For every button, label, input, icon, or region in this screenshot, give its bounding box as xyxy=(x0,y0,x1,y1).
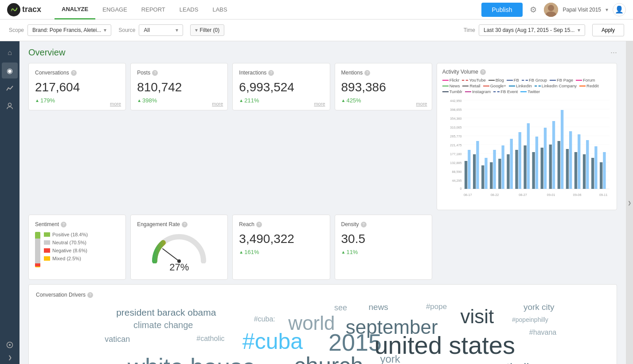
publish-button[interactable]: Publish xyxy=(481,3,523,17)
svg-rect-33 xyxy=(481,165,484,189)
word-see[interactable]: see xyxy=(334,303,347,313)
svg-rect-54 xyxy=(569,131,572,189)
svg-rect-61 xyxy=(600,162,602,189)
logo[interactable]: tracx xyxy=(7,3,41,16)
source-select[interactable]: All ▾ xyxy=(139,24,183,36)
density-change: ▲11% xyxy=(341,249,426,255)
svg-rect-50 xyxy=(552,121,555,189)
time-arrow: ▾ xyxy=(578,27,580,33)
svg-rect-40 xyxy=(510,139,512,189)
posts-help[interactable]: ? xyxy=(152,70,158,76)
word-roman-catholic[interactable]: roman catholic xyxy=(455,361,535,364)
drivers-help[interactable]: ? xyxy=(87,292,93,298)
word-cuba[interactable]: #cuba xyxy=(242,329,303,354)
conversations-more[interactable]: more xyxy=(110,101,121,106)
layout: ⌂ ◉ ❯ Overview ··· Conversations ? xyxy=(0,41,633,364)
svg-text:0: 0 xyxy=(460,187,461,191)
stats-grid: Conversations ? 217,604 ▲179% more Posts… xyxy=(28,63,617,210)
density-help[interactable]: ? xyxy=(361,222,367,227)
svg-point-0 xyxy=(11,10,12,12)
conversations-help[interactable]: ? xyxy=(71,70,77,76)
sidebar-icon-analyze[interactable]: ◉ xyxy=(2,63,18,78)
svg-text:08-17: 08-17 xyxy=(464,193,472,197)
word-visit[interactable]: visit xyxy=(461,305,494,328)
svg-rect-44 xyxy=(527,123,529,189)
interactions-help[interactable]: ? xyxy=(268,70,274,76)
sidebar-icon-users[interactable] xyxy=(2,98,18,114)
logo-text: tracx xyxy=(22,5,41,14)
svg-text:310,065: 310,065 xyxy=(450,125,461,129)
interactions-more[interactable]: more xyxy=(314,101,325,106)
scope-select[interactable]: Brand: Pope Francis, Aletei... ▾ xyxy=(27,24,111,36)
word-catholic[interactable]: #catholic xyxy=(196,335,224,343)
posts-card: Posts ? 810,742 ▲398% more xyxy=(130,63,228,110)
section-header: Overview ··· xyxy=(28,47,617,58)
sidebar-icon-home[interactable]: ⌂ xyxy=(2,45,18,61)
sidebar: ⌂ ◉ ❯ xyxy=(0,41,20,364)
nav-link-report[interactable]: REPORT xyxy=(134,0,172,20)
scope-group: Scope Brand: Pope Francis, Aletei... ▾ xyxy=(9,24,111,36)
svg-rect-51 xyxy=(557,141,560,189)
apply-button[interactable]: Apply xyxy=(592,24,624,36)
activity-chart: 442,950 398,655 354,360 310,065 265,770 … xyxy=(442,97,611,204)
svg-text:09-11: 09-11 xyxy=(599,193,608,197)
mentions-more[interactable]: more xyxy=(416,101,427,106)
stats-grid-row2: Sentiment ? Positive (18.4%) xyxy=(28,215,617,280)
sentiment-help[interactable]: ? xyxy=(61,222,66,227)
svg-text:265,770: 265,770 xyxy=(450,134,461,138)
activity-help[interactable]: ? xyxy=(480,69,486,75)
nav-link-labs[interactable]: LABS xyxy=(205,0,234,20)
word-president-barack[interactable]: president barack obama xyxy=(116,307,216,318)
nav-link-analyze[interactable]: ANALYZE xyxy=(55,0,95,20)
svg-rect-37 xyxy=(498,159,501,189)
user-dropdown-arrow[interactable]: ▾ xyxy=(606,7,608,13)
svg-rect-60 xyxy=(594,146,597,189)
reach-help[interactable]: ? xyxy=(256,222,262,227)
svg-point-4 xyxy=(8,103,12,106)
profile-icon[interactable]: 👤 xyxy=(613,3,626,16)
word-pope[interactable]: #pope xyxy=(426,302,447,311)
word-popeinphilly[interactable]: #popeinphilly xyxy=(512,316,548,323)
posts-more[interactable]: more xyxy=(212,101,223,106)
word-white-house[interactable]: white house xyxy=(128,353,255,364)
svg-text:09-01: 09-01 xyxy=(547,193,555,197)
word-york-city[interactable]: york city xyxy=(524,302,555,312)
overview-more-options[interactable]: ··· xyxy=(610,48,617,57)
density-value: 30.5 xyxy=(341,232,426,246)
nav-link-leads[interactable]: LEADS xyxy=(172,0,206,20)
svg-rect-45 xyxy=(532,152,535,189)
user-name: Papal Visit 2015 xyxy=(563,7,601,13)
mentions-help[interactable]: ? xyxy=(364,70,370,76)
svg-text:221,475: 221,475 xyxy=(450,143,461,147)
density-card: Density ? 30.5 ▲11% xyxy=(335,215,432,280)
word-news[interactable]: news xyxy=(369,302,388,312)
sidebar-expand[interactable]: ❯ xyxy=(8,355,12,364)
svg-rect-59 xyxy=(591,158,594,189)
time-group: Time Last 30 days (Aug 17, 2015 - Sep 15… xyxy=(464,24,585,36)
scope-label: Scope xyxy=(9,27,24,33)
time-select[interactable]: Last 30 days (Aug 17, 2015 - Sep 15... ▾ xyxy=(479,24,585,36)
reach-value: 3,490,322 xyxy=(239,232,323,246)
sidebar-icon-account[interactable] xyxy=(2,337,18,353)
filter-button[interactable]: ▾ Filter (0) xyxy=(190,24,224,36)
source-group: Source All ▾ xyxy=(118,24,183,36)
sidebar-icon-trends[interactable] xyxy=(2,80,18,96)
top-nav: tracx ANALYZE ENGAGE REPORT LEADS LABS P… xyxy=(0,0,633,20)
word-church[interactable]: church xyxy=(294,352,363,364)
word-york[interactable]: york xyxy=(380,353,400,364)
svg-text:44,295: 44,295 xyxy=(452,179,461,183)
svg-text:177,180: 177,180 xyxy=(450,152,461,156)
right-panel-toggle[interactable]: ❯ xyxy=(626,41,633,364)
svg-rect-34 xyxy=(485,158,487,189)
word-cuba-hash[interactable]: #cuba: xyxy=(254,315,275,323)
mentions-card: Mentions ? 893,386 ▲425% more xyxy=(335,63,432,110)
engagement-value: 27% xyxy=(169,262,189,273)
engagement-help[interactable]: ? xyxy=(182,222,188,227)
nav-link-engage[interactable]: ENGAGE xyxy=(95,0,134,20)
word-vatican[interactable]: vatican xyxy=(105,335,130,344)
word-climate-change[interactable]: climate change xyxy=(133,320,193,330)
settings-icon[interactable]: ⚙ xyxy=(527,4,539,16)
svg-rect-52 xyxy=(561,110,563,189)
word-havana[interactable]: #havana xyxy=(529,329,556,337)
svg-rect-57 xyxy=(583,154,586,189)
